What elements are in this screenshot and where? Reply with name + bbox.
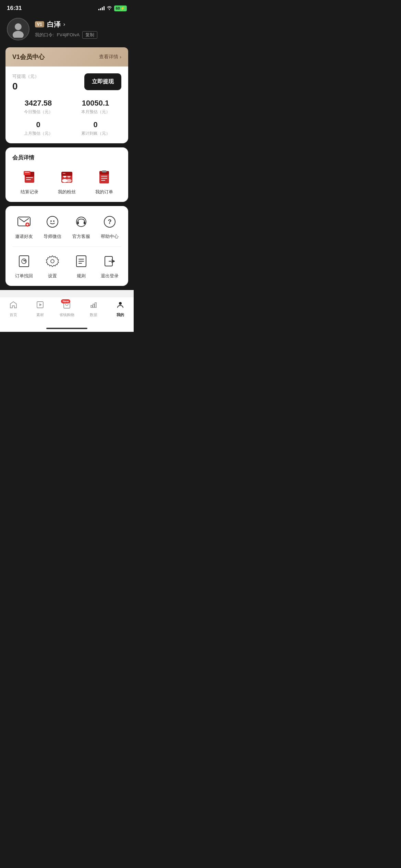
logout-icon bbox=[101, 252, 119, 270]
nav-material-label: 素材 bbox=[36, 312, 44, 317]
svg-rect-19 bbox=[101, 180, 105, 181]
signal-icon bbox=[98, 6, 105, 10]
home-bar bbox=[46, 328, 87, 329]
orderrecover-icon bbox=[15, 252, 33, 270]
finance-card: 可提现（元） 0 立即提现 3427.58 今日预估（元） 10050.1 本月… bbox=[5, 67, 128, 143]
nav-mine[interactable]: 我的 bbox=[110, 301, 131, 317]
nav-home[interactable]: 首页 bbox=[3, 301, 24, 317]
vip-detail-link[interactable]: 查看详情 › bbox=[99, 54, 121, 60]
home-indicator bbox=[0, 326, 134, 332]
nav-mine-label: 我的 bbox=[117, 312, 124, 317]
svg-rect-36 bbox=[78, 259, 84, 260]
svg-rect-5 bbox=[26, 179, 31, 180]
svg-rect-7 bbox=[25, 172, 29, 173]
settlement-label: 结算记录 bbox=[21, 189, 38, 195]
mentor-label: 导师微信 bbox=[44, 233, 61, 240]
material-icon bbox=[36, 301, 44, 311]
settings-item[interactable]: 设置 bbox=[41, 252, 64, 279]
spacer bbox=[0, 290, 134, 297]
last-month-estimate-value: 0 bbox=[12, 120, 64, 129]
svg-point-45 bbox=[119, 302, 122, 305]
nav-material[interactable]: 素材 bbox=[30, 301, 50, 317]
shop-icon: New bbox=[63, 301, 71, 311]
mentor-icon bbox=[44, 213, 61, 231]
today-estimate-value: 3427.58 bbox=[12, 99, 64, 108]
battery-icon: 60⚡ bbox=[114, 5, 127, 11]
logout-item[interactable]: 退出登录 bbox=[98, 252, 122, 279]
member-detail-section: 会员详情 结算记录 bbox=[5, 147, 128, 202]
logout-label: 退出登录 bbox=[101, 273, 119, 279]
bottom-nav: 首页 素材 New 省钱购物 数据 bbox=[0, 297, 134, 326]
profile-name-row[interactable]: V1 白泽 › bbox=[35, 20, 127, 29]
svg-marker-33 bbox=[46, 256, 59, 267]
wifi-icon bbox=[107, 5, 112, 11]
profile-name: 白泽 bbox=[47, 20, 61, 29]
nav-shop[interactable]: New 省钱购物 bbox=[57, 301, 77, 317]
copy-motto-button[interactable]: 复制 bbox=[82, 31, 97, 39]
invite-icon bbox=[15, 213, 33, 231]
settlement-icon bbox=[21, 168, 38, 186]
month-estimate: 10050.1 本月预估（元） bbox=[70, 99, 121, 115]
menu-section: 邀请好友 导师微信 bbox=[5, 206, 128, 286]
total-arrival-value: 0 bbox=[70, 120, 121, 129]
new-badge: New bbox=[61, 299, 70, 303]
service-item[interactable]: 官方客服 bbox=[70, 213, 93, 240]
svg-point-24 bbox=[50, 220, 52, 222]
month-estimate-label: 本月预估（元） bbox=[70, 109, 121, 115]
rules-item[interactable]: 规则 bbox=[70, 252, 93, 279]
withdraw-info: 可提现（元） 0 bbox=[12, 73, 39, 92]
svg-point-12 bbox=[66, 179, 72, 182]
rules-icon bbox=[72, 252, 90, 270]
profile-arrow: › bbox=[63, 21, 65, 27]
service-icon bbox=[72, 213, 90, 231]
vip-banner[interactable]: V1会员中心 查看详情 › bbox=[5, 47, 128, 67]
avatar[interactable] bbox=[7, 18, 29, 40]
svg-point-0 bbox=[15, 23, 22, 30]
svg-point-1 bbox=[13, 31, 24, 38]
order-label: 我的订单 bbox=[95, 189, 113, 195]
home-icon bbox=[9, 301, 17, 311]
order-recover-item[interactable]: 订单找回 bbox=[12, 252, 36, 279]
rules-label: 规则 bbox=[77, 273, 86, 279]
withdraw-label: 可提现（元） bbox=[12, 73, 39, 80]
profile-motto: 我的口令: FV4jlFOIvA 复制 bbox=[35, 31, 127, 39]
svg-point-34 bbox=[51, 260, 54, 263]
fans-item[interactable]: 我的粉丝 bbox=[50, 168, 84, 195]
withdraw-amount: 0 bbox=[12, 81, 39, 92]
svg-rect-20 bbox=[102, 170, 107, 172]
service-label: 官方客服 bbox=[72, 233, 90, 240]
settlement-item[interactable]: 结算记录 bbox=[12, 168, 46, 195]
invite-label: 邀请好友 bbox=[15, 233, 33, 240]
nav-home-label: 首页 bbox=[10, 312, 17, 317]
help-item[interactable]: ? 帮助中心 bbox=[98, 213, 122, 240]
nav-data[interactable]: 数据 bbox=[83, 301, 104, 317]
status-icons: 60⚡ bbox=[98, 5, 127, 11]
svg-point-25 bbox=[53, 220, 54, 222]
data-icon bbox=[89, 301, 98, 311]
help-icon: ? bbox=[101, 213, 119, 231]
settings-label: 设置 bbox=[48, 273, 57, 279]
last-month-estimate-label: 上月预估（元） bbox=[12, 131, 64, 136]
svg-rect-17 bbox=[101, 176, 107, 177]
svg-rect-38 bbox=[78, 263, 82, 264]
today-estimate: 3427.58 今日预估（元） bbox=[12, 99, 64, 115]
withdraw-row: 可提现（元） 0 立即提现 bbox=[12, 73, 121, 92]
total-arrival: 0 累计到账（元） bbox=[70, 120, 121, 136]
stats-grid: 3427.58 今日预估（元） 10050.1 本月预估（元） 0 上月预估（元… bbox=[12, 99, 121, 136]
last-month-estimate: 0 上月预估（元） bbox=[12, 120, 64, 136]
profile-header: V1 白泽 › 我的口令: FV4jlFOIvA 复制 bbox=[0, 14, 134, 47]
svg-rect-37 bbox=[78, 261, 84, 262]
order-item[interactable]: 我的订单 bbox=[87, 168, 121, 195]
order-icon bbox=[95, 168, 113, 186]
svg-rect-27 bbox=[77, 221, 79, 224]
fans-label: 我的粉丝 bbox=[58, 189, 76, 195]
svg-rect-42 bbox=[91, 305, 92, 308]
svg-rect-14 bbox=[63, 173, 65, 174]
mentor-wechat-item[interactable]: 导师微信 bbox=[41, 213, 64, 240]
menu-row-1: 邀请好友 导师微信 bbox=[12, 213, 121, 240]
orderrecover-label: 订单找回 bbox=[15, 273, 33, 279]
invite-friend-item[interactable]: 邀请好友 bbox=[12, 213, 36, 240]
svg-rect-28 bbox=[84, 221, 85, 224]
svg-rect-4 bbox=[26, 177, 33, 178]
withdraw-button[interactable]: 立即提现 bbox=[84, 73, 121, 90]
